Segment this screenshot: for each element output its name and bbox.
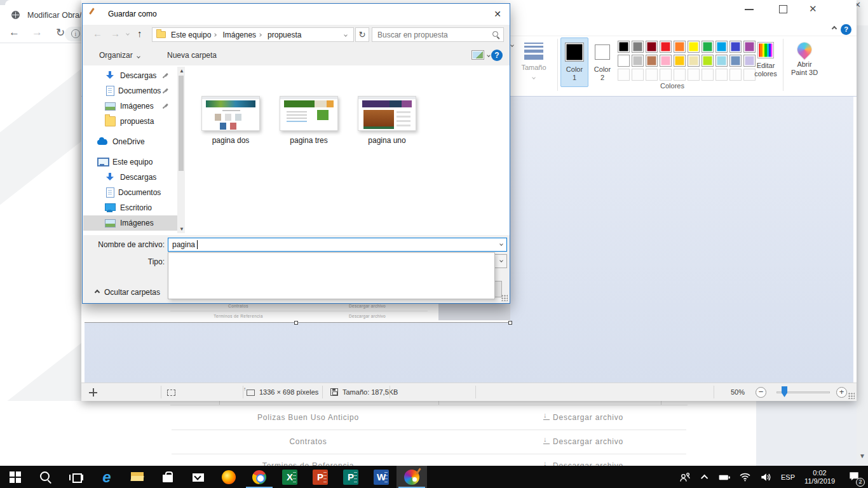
palette-color[interactable] [715, 55, 728, 67]
taskbar-button[interactable] [61, 466, 92, 488]
palette-color[interactable] [660, 41, 672, 53]
back-icon[interactable]: ← [93, 28, 102, 39]
refresh-button[interactable]: ↻ [355, 27, 369, 42]
dialog-help-icon[interactable]: ? [491, 50, 503, 61]
sidebar-item[interactable]: OneDrive [83, 134, 177, 149]
palette-color[interactable] [715, 69, 728, 81]
breadcrumb-item[interactable]: propuesta [262, 30, 304, 39]
color1-button[interactable]: Color 1 [560, 37, 588, 87]
wifi-icon[interactable] [735, 466, 755, 488]
minimize-icon[interactable] [745, 9, 754, 10]
sidebar-item[interactable]: Documentos [83, 83, 177, 98]
page-info-icon[interactable]: i [71, 29, 80, 38]
dialog-close-icon[interactable]: ✕ [492, 9, 503, 19]
taskbar-button[interactable]: W [366, 466, 397, 488]
new-folder-button[interactable]: Nueva carpeta [167, 51, 217, 60]
palette-color[interactable] [646, 41, 658, 53]
sidebar-item[interactable]: Documentos [83, 185, 177, 200]
scrollbar-thumb[interactable] [179, 76, 184, 171]
breadcrumb-dropdown-icon[interactable] [344, 33, 348, 37]
search-box[interactable] [372, 27, 504, 42]
volume-icon[interactable] [755, 466, 776, 488]
breadcrumb-item[interactable]: Imágenes [217, 30, 262, 39]
maximize-icon[interactable] [779, 5, 787, 13]
scroll-down-icon[interactable]: ▼ [859, 452, 865, 459]
up-icon[interactable]: ↑ [137, 28, 142, 39]
sidebar-item[interactable]: Descargas [83, 68, 177, 83]
palette-color[interactable] [688, 41, 700, 53]
palette-color[interactable] [632, 41, 644, 53]
palette-color[interactable] [646, 69, 658, 81]
action-center-icon[interactable]: 2 [840, 466, 868, 488]
palette-color[interactable] [702, 55, 714, 67]
people-icon[interactable] [674, 466, 696, 488]
zoom-slider-thumb[interactable] [782, 386, 787, 397]
hide-folders-button[interactable]: Ocultar carpetas [95, 286, 160, 299]
palette-color[interactable] [618, 55, 630, 67]
palette-color[interactable] [688, 55, 700, 67]
taskbar-button[interactable] [31, 466, 61, 488]
views-dropdown-icon[interactable] [487, 53, 491, 57]
filename-input[interactable]: pagina [168, 238, 507, 252]
sidebar-item[interactable]: Escritorio [83, 200, 177, 215]
collapse-ribbon-icon[interactable] [832, 26, 837, 31]
recent-locations-icon[interactable] [126, 32, 130, 36]
file-item[interactable]: pagina dos [201, 96, 260, 145]
palette-color[interactable] [660, 69, 672, 81]
sidebar-item[interactable]: propuesta [83, 114, 177, 129]
palette-color[interactable] [674, 69, 686, 81]
download-link[interactable]: Descargar archivo [513, 461, 653, 466]
palette-color[interactable] [674, 41, 686, 53]
sidebar-item[interactable]: Imágenes [83, 98, 177, 114]
palette-color[interactable] [702, 69, 714, 81]
download-link[interactable]: Descargar archivo [513, 413, 653, 422]
forward-icon[interactable]: → [111, 28, 120, 39]
back-icon[interactable]: ← [9, 26, 20, 39]
close-icon[interactable]: ✕ [809, 3, 817, 15]
show-hidden-icons-chevron[interactable] [696, 466, 714, 488]
taskbar-button[interactable]: P [336, 466, 366, 488]
edit-colors-button[interactable]: Editar colores [745, 37, 787, 78]
palette-color[interactable] [646, 55, 658, 67]
size-button[interactable]: Tamaño [512, 37, 556, 93]
color2-button[interactable]: Color 2 [590, 37, 615, 87]
canvas-resize-handle[interactable] [508, 321, 512, 325]
file-item[interactable]: pagina tres [280, 96, 338, 145]
palette-color[interactable] [618, 69, 630, 81]
help-icon[interactable]: ? [841, 24, 851, 35]
scroll-down-icon[interactable]: ▼ [179, 226, 184, 232]
sidebar-item[interactable]: Este equipo [83, 154, 177, 170]
taskbar-button[interactable] [0, 466, 31, 488]
search-input[interactable] [372, 28, 503, 41]
taskbar-button[interactable] [244, 466, 275, 488]
views-icon[interactable] [471, 50, 484, 60]
palette-color[interactable] [688, 69, 700, 81]
language-indicator[interactable]: ESP [776, 466, 799, 488]
download-link[interactable]: Descargar archivo [513, 437, 653, 446]
open-paint3d-button[interactable]: Abrir Paint 3D [785, 37, 824, 77]
file-item[interactable]: pagina uno [358, 96, 416, 145]
browser-scrollbar[interactable]: ✕ ▼ [857, 0, 868, 466]
filename-dropdown-icon[interactable] [499, 242, 503, 246]
taskbar-button[interactable] [397, 466, 427, 488]
forward-icon[interactable]: → [32, 26, 43, 39]
window-resize-grip[interactable] [848, 393, 855, 399]
taskbar-button[interactable] [153, 466, 183, 488]
taskbar-button[interactable] [122, 466, 153, 488]
scroll-up-icon[interactable]: ▲ [179, 68, 184, 74]
reload-icon[interactable]: ↻ [56, 26, 65, 39]
palette-color[interactable] [674, 55, 686, 67]
zoom-out-button[interactable]: − [756, 387, 766, 398]
palette-color[interactable] [702, 41, 714, 53]
zoom-in-button[interactable]: + [836, 387, 847, 398]
breadcrumb-item[interactable]: Este equipo [166, 30, 217, 39]
taskbar-button[interactable]: X [275, 466, 305, 488]
filename-suggestion-dropdown[interactable] [168, 252, 495, 299]
sidebar-item[interactable]: Descargas [83, 170, 177, 185]
sidebar-item[interactable]: Imágenes [83, 215, 177, 231]
dialog-resize-grip[interactable] [501, 295, 508, 301]
canvas-resize-handle[interactable] [294, 321, 298, 325]
palette-color[interactable] [632, 55, 644, 67]
sidebar-scrollbar[interactable]: ▲ ▼ [177, 67, 185, 233]
palette-color[interactable] [660, 55, 672, 67]
